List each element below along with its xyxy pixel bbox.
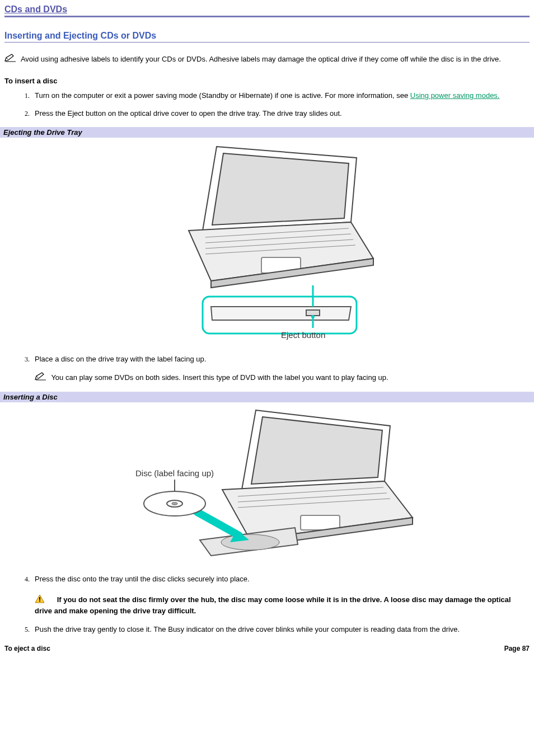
page-footer: To eject a disc Page 87 [4, 645, 530, 652]
step-4-warning-text: If you do not seat the disc firmly over … [35, 595, 511, 615]
figure-2-caption: Inserting a Disc [0, 392, 534, 402]
footer-left: To eject a disc [4, 645, 50, 652]
svg-point-6 [221, 534, 279, 550]
svg-rect-12 [39, 600, 40, 602]
insert-steps-list-cont: Place a disc on the drive tray with the … [4, 354, 530, 384]
step-5: Push the drive tray gently to close it. … [31, 624, 530, 635]
figure-1-caption: Ejecting the Drive Tray [0, 127, 534, 138]
power-saving-modes-link[interactable]: Using power saving modes. [410, 91, 500, 100]
step-3: Place a disc on the drive tray with the … [31, 354, 530, 384]
svg-rect-5 [301, 515, 340, 530]
eject-button-label: Eject button [281, 330, 325, 340]
insert-steps-list-cont2: Press the disc onto the tray until the d… [4, 574, 530, 635]
step-2: Press the Eject button on the optical dr… [31, 109, 530, 119]
warning-icon [35, 594, 45, 606]
step-4: Press the disc onto the tray until the d… [31, 574, 530, 617]
disc-label: Disc (label facing up) [135, 468, 214, 478]
sub-section-title: Inserting and Ejecting CDs or DVDs [4, 31, 530, 43]
top-note-text: Avoid using adhesive labels to identify … [21, 55, 501, 63]
section-title: CDs and DVDs [4, 4, 530, 17]
step-3-note-text: You can play some DVDs on both sides. In… [51, 373, 388, 382]
footer-page-number: Page 87 [504, 645, 530, 652]
step-4-text: Press the disc onto the tray until the d… [35, 575, 250, 583]
step-1: Turn on the computer or exit a power sav… [31, 91, 530, 101]
insert-heading: To insert a disc [4, 77, 530, 85]
svg-rect-2 [306, 310, 320, 316]
svg-point-9 [172, 503, 177, 505]
figure-2: Disc (label facing up) [4, 406, 530, 564]
svg-rect-11 [39, 597, 40, 600]
insert-steps-list: Turn on the computer or exit a power sav… [4, 91, 530, 119]
svg-point-4 [311, 315, 315, 318]
top-note: Avoid using adhesive labels to identify … [4, 54, 530, 65]
pencil-note-icon [4, 54, 17, 65]
step-1-text: Turn on the computer or exit a power sav… [35, 91, 410, 100]
step-4-warning: If you do not seat the disc firmly over … [35, 594, 530, 616]
pencil-note-icon [35, 372, 47, 384]
step-3-text: Place a disc on the drive tray with the … [35, 355, 206, 363]
step-3-note: You can play some DVDs on both sides. In… [35, 372, 530, 384]
figure-1: Eject button [4, 141, 530, 344]
